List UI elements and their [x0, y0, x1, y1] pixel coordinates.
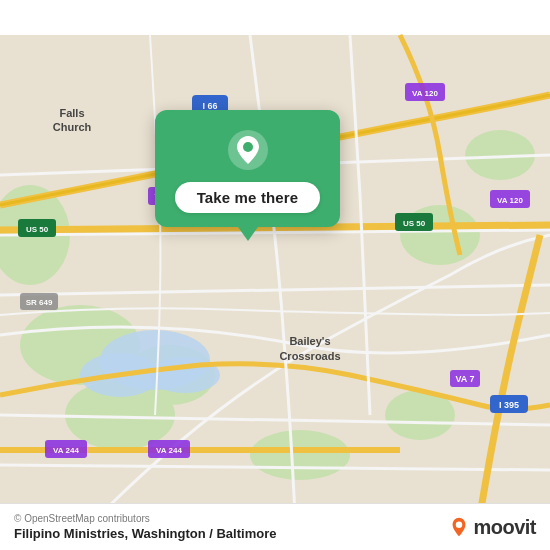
- svg-text:US 50: US 50: [403, 219, 426, 228]
- moovit-brand-text: moovit: [473, 516, 536, 539]
- svg-text:Church: Church: [53, 121, 92, 133]
- svg-text:VA 7: VA 7: [455, 374, 474, 384]
- svg-text:Falls: Falls: [59, 107, 84, 119]
- svg-point-4: [250, 430, 350, 480]
- location-pin-icon: [226, 128, 270, 172]
- svg-text:Crossroads: Crossroads: [279, 350, 340, 362]
- svg-text:Bailey's: Bailey's: [289, 335, 330, 347]
- svg-point-47: [243, 142, 253, 152]
- svg-text:I 395: I 395: [499, 400, 519, 410]
- svg-text:US 50: US 50: [26, 225, 49, 234]
- moovit-pin-icon: [448, 516, 470, 538]
- svg-text:VA 244: VA 244: [53, 446, 79, 455]
- location-title: Filipino Ministries, Washington / Baltim…: [14, 526, 276, 541]
- bottom-bar: © OpenStreetMap contributors Filipino Mi…: [0, 503, 550, 550]
- svg-text:VA 244: VA 244: [156, 446, 182, 455]
- map-container: I 66 US 50 US 50 VA 120 VA 120 VA 244 VA…: [0, 0, 550, 550]
- popup-card: Take me there: [155, 110, 340, 227]
- svg-text:VA 120: VA 120: [497, 196, 523, 205]
- svg-text:VA 120: VA 120: [412, 89, 438, 98]
- take-me-there-button[interactable]: Take me there: [175, 182, 321, 213]
- svg-text:SR 649: SR 649: [26, 298, 53, 307]
- copyright-text: © OpenStreetMap contributors: [14, 513, 276, 524]
- moovit-logo: moovit: [448, 516, 536, 539]
- bottom-left-info: © OpenStreetMap contributors Filipino Mi…: [14, 513, 276, 541]
- svg-point-48: [456, 522, 462, 528]
